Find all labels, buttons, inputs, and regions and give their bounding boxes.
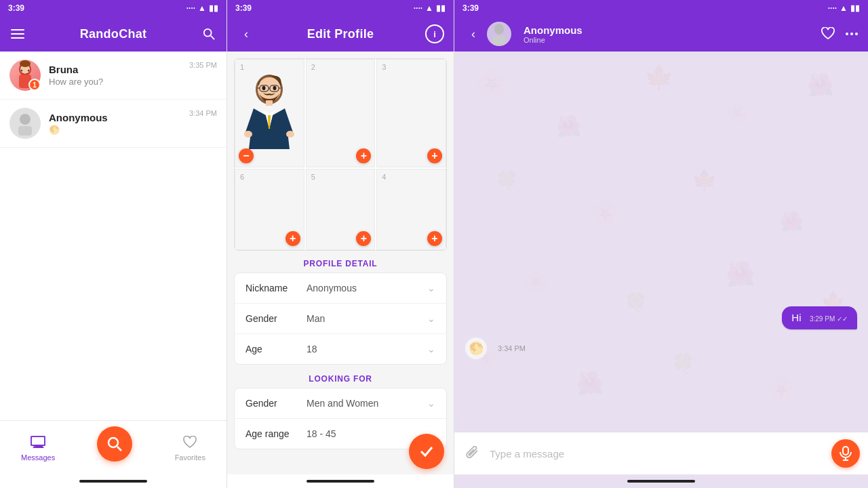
chat-header-actions	[821, 27, 859, 41]
svg-text:🍀: 🍀	[495, 169, 519, 192]
add-photo-3[interactable]: +	[427, 148, 442, 163]
svg-rect-0	[11, 29, 24, 30]
signal-icons-1: ···· ▲ ▮▮	[186, 3, 218, 13]
nav-favorites[interactable]: Favorites	[175, 434, 205, 462]
reaction-time: 3:34 PM	[498, 344, 526, 352]
confirm-fab[interactable]	[409, 434, 444, 469]
svg-rect-29	[492, 36, 506, 45]
msg-row-hi: Hi 3:29 PM ✓✓	[465, 306, 857, 329]
svg-point-28	[494, 24, 504, 35]
messages-label: Messages	[21, 453, 55, 462]
message-input[interactable]	[490, 448, 825, 460]
wifi-icon-3: ▲	[840, 3, 848, 13]
panel2-content: 1	[227, 52, 454, 474]
contact-status: Online	[524, 36, 583, 44]
info-button[interactable]: i	[425, 24, 444, 43]
gender-row[interactable]: Gender Man ⌄	[235, 304, 446, 334]
add-photo-6[interactable]: +	[285, 231, 300, 246]
back-button[interactable]: ‹	[237, 24, 256, 43]
heart-icon	[182, 434, 198, 451]
svg-rect-25	[266, 100, 273, 106]
svg-point-11	[20, 114, 31, 125]
panel-edit-profile: 3:39 ···· ▲ ▮▮ ‹ Edit Profile i 1	[227, 0, 454, 488]
remove-photo-1[interactable]: −	[239, 148, 254, 163]
chat-back-button[interactable]: ‹	[464, 24, 483, 43]
reaction-emoji-avatar: 🌕	[465, 338, 487, 359]
add-photo-2[interactable]: +	[356, 148, 371, 163]
chat-preview-anon: 🌕	[49, 125, 189, 135]
svg-line-4	[211, 36, 214, 39]
svg-text:🌺: 🌺	[556, 114, 582, 138]
photo-slot-3[interactable]: 3 +	[376, 59, 446, 167]
photo-slot-4[interactable]: 4 +	[376, 169, 446, 250]
more-options-btn[interactable]	[845, 27, 859, 41]
looking-gender-chevron: ⌄	[427, 398, 435, 409]
search-fab[interactable]	[97, 426, 132, 462]
time-2: 3:39	[235, 3, 252, 13]
chat-messages: 🌸 🌺 🍁 🌸 🌺 🍀 🌸 🍁 🌺 🌸 🍀 🌺 🍁 🌸 🌺 🍀 🌸	[454, 52, 868, 432]
dots-icon-2: ····	[414, 3, 422, 13]
slot-num-4: 4	[382, 173, 386, 181]
svg-rect-12	[18, 126, 32, 136]
attach-button[interactable]	[462, 443, 483, 464]
photo-slot-6[interactable]: 6 +	[235, 169, 304, 250]
slot-num-1: 1	[240, 63, 244, 71]
svg-text:🌸: 🌸	[766, 375, 796, 403]
svg-rect-13	[31, 436, 45, 445]
svg-rect-1	[11, 33, 24, 35]
photo-slot-2[interactable]: 2 +	[306, 59, 376, 167]
header-bar-1: RandoChat	[0, 16, 226, 52]
home-indicator-3	[454, 474, 868, 488]
avatar-anon	[9, 108, 41, 139]
home-bar-3	[627, 480, 695, 483]
svg-point-9	[28, 70, 29, 72]
gender-value: Man	[307, 313, 427, 324]
svg-point-8	[21, 70, 22, 72]
gender-label: Gender	[245, 313, 307, 324]
svg-point-27	[286, 131, 294, 138]
photo-slot-5[interactable]: 5 +	[306, 169, 376, 250]
chat-background: 🌸 🌺 🍁 🌸 🌺 🍀 🌸 🍁 🌺 🌸 🍀 🌺 🍁 🌸 🌺 🍀 🌸	[454, 52, 868, 432]
chat-item-anonymous[interactable]: Anonymous 🌕 3:34 PM	[0, 100, 226, 148]
svg-point-14	[108, 438, 118, 447]
msg-row-emoji: 🌕 3:34 PM	[465, 338, 857, 359]
age-row[interactable]: Age 18 ⌄	[235, 334, 446, 364]
svg-point-32	[855, 33, 858, 35]
svg-text:🌸: 🌸	[726, 102, 749, 124]
search-icon-header[interactable]	[201, 26, 217, 42]
chat-header: ‹ Anonymous Online	[454, 16, 868, 52]
age-range-value: 18 - 45	[307, 428, 427, 439]
svg-text:🌺: 🌺	[780, 210, 804, 232]
chat-time-bruna: 3:35 PM	[189, 61, 217, 69]
nickname-value: Anonymous	[307, 283, 427, 293]
add-photo-5[interactable]: +	[356, 231, 371, 246]
avatar-wrap-bruna: 1	[9, 60, 41, 91]
contact-name: Anonymous	[524, 24, 583, 36]
bottom-nav: Messages Favorites	[0, 420, 226, 474]
svg-point-18	[262, 86, 266, 90]
wifi-icon: ▲	[198, 3, 206, 13]
looking-gender-row[interactable]: Gender Men and Women ⌄	[235, 388, 446, 419]
nav-messages[interactable]: Messages	[21, 434, 55, 462]
home-bar-1	[79, 480, 147, 483]
age-chevron: ⌄	[427, 344, 435, 354]
menu-icon[interactable]	[9, 26, 26, 42]
avatar-wrap-anon	[9, 108, 41, 139]
svg-text:🌸: 🌸	[590, 199, 620, 227]
mic-button[interactable]	[831, 439, 860, 468]
slot-num-3: 3	[382, 63, 386, 71]
photo-slot-1[interactable]: 1	[235, 59, 304, 167]
nickname-row[interactable]: Nickname Anonymous ⌄	[235, 273, 446, 304]
heart-action-btn[interactable]	[821, 27, 835, 41]
nickname-chevron: ⌄	[427, 283, 435, 293]
battery-icon: ▮▮	[209, 3, 218, 13]
signal-icons-2: ···· ▲ ▮▮	[414, 3, 446, 13]
battery-icon-2: ▮▮	[436, 3, 446, 13]
add-photo-4[interactable]: +	[427, 231, 442, 246]
status-bar-3: 3:39 ···· ▲ ▮▮	[454, 0, 868, 16]
svg-text:🌺: 🌺	[576, 370, 604, 396]
svg-point-26	[244, 131, 252, 138]
time-1: 3:39	[8, 3, 24, 13]
svg-text:🌺: 🌺	[726, 260, 755, 288]
chat-item-bruna[interactable]: 1 Bruna How are you? 3:35 PM	[0, 52, 226, 100]
